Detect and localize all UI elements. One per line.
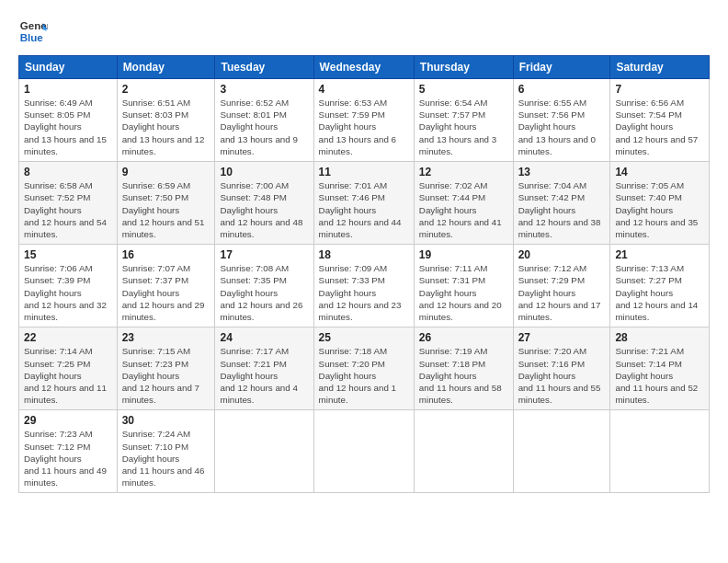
calendar-cell: 4 Sunrise: 6:53 AMSunset: 7:59 PMDayligh… bbox=[313, 79, 414, 162]
calendar-cell: 19 Sunrise: 7:11 AMSunset: 7:31 PMDaylig… bbox=[414, 245, 513, 327]
day-number: 15 bbox=[24, 248, 112, 261]
svg-text:Blue: Blue bbox=[20, 32, 44, 43]
col-header-friday: Friday bbox=[513, 56, 610, 79]
day-detail: Sunrise: 6:53 AMSunset: 7:59 PMDaylight … bbox=[319, 98, 396, 156]
day-number: 17 bbox=[220, 248, 308, 261]
calendar-cell: 24 Sunrise: 7:17 AMSunset: 7:21 PMDaylig… bbox=[215, 327, 313, 410]
day-detail: Sunrise: 7:07 AMSunset: 7:37 PMDaylight … bbox=[122, 263, 205, 322]
calendar-cell: 6 Sunrise: 6:55 AMSunset: 7:56 PMDayligh… bbox=[513, 79, 610, 162]
calendar-cell bbox=[414, 410, 513, 493]
calendar-cell: 8 Sunrise: 6:58 AMSunset: 7:52 PMDayligh… bbox=[19, 162, 118, 245]
calendar-cell: 12 Sunrise: 7:02 AMSunset: 7:44 PMDaylig… bbox=[414, 162, 513, 245]
col-header-thursday: Thursday bbox=[414, 56, 513, 79]
day-detail: Sunrise: 6:58 AMSunset: 7:52 PMDaylight … bbox=[24, 180, 107, 239]
calendar-cell: 10 Sunrise: 7:00 AMSunset: 7:48 PMDaylig… bbox=[215, 162, 313, 245]
calendar-cell: 28 Sunrise: 7:21 AMSunset: 7:14 PMDaylig… bbox=[610, 327, 710, 410]
day-detail: Sunrise: 7:18 AMSunset: 7:20 PMDaylight … bbox=[319, 346, 396, 405]
calendar-cell: 30 Sunrise: 7:24 AMSunset: 7:10 PMDaylig… bbox=[117, 410, 215, 493]
calendar-cell: 27 Sunrise: 7:20 AMSunset: 7:16 PMDaylig… bbox=[513, 327, 610, 410]
day-detail: Sunrise: 7:11 AMSunset: 7:31 PMDaylight … bbox=[419, 263, 502, 322]
calendar-cell: 22 Sunrise: 7:14 AMSunset: 7:25 PMDaylig… bbox=[19, 327, 118, 410]
day-number: 16 bbox=[122, 248, 210, 261]
col-header-saturday: Saturday bbox=[610, 56, 710, 79]
day-detail: Sunrise: 7:17 AMSunset: 7:21 PMDaylight … bbox=[220, 346, 297, 405]
calendar-cell: 13 Sunrise: 7:04 AMSunset: 7:42 PMDaylig… bbox=[513, 162, 610, 245]
calendar-cell bbox=[215, 410, 313, 493]
day-number: 22 bbox=[24, 331, 112, 344]
day-detail: Sunrise: 7:24 AMSunset: 7:10 PMDaylight … bbox=[122, 429, 205, 488]
day-detail: Sunrise: 7:13 AMSunset: 7:27 PMDaylight … bbox=[615, 263, 698, 322]
day-number: 8 bbox=[24, 166, 112, 178]
day-detail: Sunrise: 7:00 AMSunset: 7:48 PMDaylight … bbox=[220, 180, 302, 239]
day-number: 25 bbox=[319, 331, 409, 344]
calendar-cell: 25 Sunrise: 7:18 AMSunset: 7:20 PMDaylig… bbox=[313, 327, 414, 410]
day-number: 14 bbox=[615, 166, 704, 178]
day-number: 30 bbox=[122, 414, 210, 427]
calendar-cell: 23 Sunrise: 7:15 AMSunset: 7:23 PMDaylig… bbox=[117, 327, 215, 410]
day-number: 2 bbox=[122, 83, 210, 96]
day-number: 20 bbox=[518, 248, 606, 261]
day-detail: Sunrise: 7:01 AMSunset: 7:46 PMDaylight … bbox=[319, 180, 402, 239]
col-header-sunday: Sunday bbox=[19, 56, 118, 79]
day-detail: Sunrise: 7:19 AMSunset: 7:18 PMDaylight … bbox=[419, 346, 502, 405]
calendar-cell: 21 Sunrise: 7:13 AMSunset: 7:27 PMDaylig… bbox=[610, 245, 710, 327]
day-number: 10 bbox=[220, 166, 308, 178]
day-number: 7 bbox=[615, 83, 704, 96]
calendar-row: 1 Sunrise: 6:49 AMSunset: 8:05 PMDayligh… bbox=[19, 79, 710, 162]
day-number: 19 bbox=[419, 248, 508, 261]
day-detail: Sunrise: 6:59 AMSunset: 7:50 PMDaylight … bbox=[122, 180, 205, 239]
logo-icon: General Blue bbox=[18, 17, 48, 46]
day-number: 26 bbox=[419, 331, 508, 344]
calendar-table: SundayMondayTuesdayWednesdayThursdayFrid… bbox=[18, 55, 710, 493]
calendar-cell: 16 Sunrise: 7:07 AMSunset: 7:37 PMDaylig… bbox=[117, 245, 215, 327]
col-header-wednesday: Wednesday bbox=[313, 56, 414, 79]
day-detail: Sunrise: 7:14 AMSunset: 7:25 PMDaylight … bbox=[24, 346, 107, 405]
day-number: 11 bbox=[319, 166, 409, 178]
day-detail: Sunrise: 7:06 AMSunset: 7:39 PMDaylight … bbox=[24, 263, 107, 322]
day-detail: Sunrise: 7:15 AMSunset: 7:23 PMDaylight … bbox=[122, 346, 199, 405]
calendar-row: 15 Sunrise: 7:06 AMSunset: 7:39 PMDaylig… bbox=[19, 245, 710, 327]
day-number: 12 bbox=[419, 166, 508, 178]
calendar-cell: 2 Sunrise: 6:51 AMSunset: 8:03 PMDayligh… bbox=[117, 79, 215, 162]
calendar-cell: 20 Sunrise: 7:12 AMSunset: 7:29 PMDaylig… bbox=[513, 245, 610, 327]
day-number: 6 bbox=[518, 83, 606, 96]
day-detail: Sunrise: 7:08 AMSunset: 7:35 PMDaylight … bbox=[220, 263, 302, 322]
calendar-row: 22 Sunrise: 7:14 AMSunset: 7:25 PMDaylig… bbox=[19, 327, 710, 410]
day-detail: Sunrise: 7:21 AMSunset: 7:14 PMDaylight … bbox=[615, 346, 698, 405]
calendar-cell bbox=[610, 410, 710, 493]
day-detail: Sunrise: 6:51 AMSunset: 8:03 PMDaylight … bbox=[122, 98, 205, 156]
col-header-tuesday: Tuesday bbox=[215, 56, 313, 79]
day-number: 1 bbox=[24, 83, 112, 96]
day-detail: Sunrise: 6:55 AMSunset: 7:56 PMDaylight … bbox=[518, 98, 596, 156]
day-detail: Sunrise: 7:23 AMSunset: 7:12 PMDaylight … bbox=[24, 429, 107, 488]
calendar-cell: 9 Sunrise: 6:59 AMSunset: 7:50 PMDayligh… bbox=[117, 162, 215, 245]
calendar-cell: 14 Sunrise: 7:05 AMSunset: 7:40 PMDaylig… bbox=[610, 162, 710, 245]
calendar-cell: 15 Sunrise: 7:06 AMSunset: 7:39 PMDaylig… bbox=[19, 245, 118, 327]
day-detail: Sunrise: 6:52 AMSunset: 8:01 PMDaylight … bbox=[220, 98, 297, 156]
day-number: 23 bbox=[122, 331, 210, 344]
day-number: 21 bbox=[615, 248, 704, 261]
calendar-cell: 18 Sunrise: 7:09 AMSunset: 7:33 PMDaylig… bbox=[313, 245, 414, 327]
calendar-cell: 3 Sunrise: 6:52 AMSunset: 8:01 PMDayligh… bbox=[215, 79, 313, 162]
day-detail: Sunrise: 7:04 AMSunset: 7:42 PMDaylight … bbox=[518, 180, 601, 239]
day-detail: Sunrise: 7:05 AMSunset: 7:40 PMDaylight … bbox=[615, 180, 698, 239]
calendar-row: 8 Sunrise: 6:58 AMSunset: 7:52 PMDayligh… bbox=[19, 162, 710, 245]
day-number: 4 bbox=[319, 83, 409, 96]
calendar-cell: 5 Sunrise: 6:54 AMSunset: 7:57 PMDayligh… bbox=[414, 79, 513, 162]
day-detail: Sunrise: 6:56 AMSunset: 7:54 PMDaylight … bbox=[615, 98, 698, 156]
day-detail: Sunrise: 6:49 AMSunset: 8:05 PMDaylight … bbox=[24, 98, 107, 156]
day-detail: Sunrise: 7:12 AMSunset: 7:29 PMDaylight … bbox=[518, 263, 601, 322]
calendar-cell bbox=[313, 410, 414, 493]
day-number: 3 bbox=[220, 83, 308, 96]
logo: General Blue bbox=[18, 17, 48, 46]
col-header-monday: Monday bbox=[117, 56, 215, 79]
calendar-row: 29 Sunrise: 7:23 AMSunset: 7:12 PMDaylig… bbox=[19, 410, 710, 493]
day-detail: Sunrise: 7:02 AMSunset: 7:44 PMDaylight … bbox=[419, 180, 502, 239]
day-number: 9 bbox=[122, 166, 210, 178]
day-number: 28 bbox=[615, 331, 704, 344]
day-detail: Sunrise: 6:54 AMSunset: 7:57 PMDaylight … bbox=[419, 98, 496, 156]
day-number: 27 bbox=[518, 331, 606, 344]
calendar-cell bbox=[513, 410, 610, 493]
calendar-cell: 11 Sunrise: 7:01 AMSunset: 7:46 PMDaylig… bbox=[313, 162, 414, 245]
day-number: 24 bbox=[220, 331, 308, 344]
